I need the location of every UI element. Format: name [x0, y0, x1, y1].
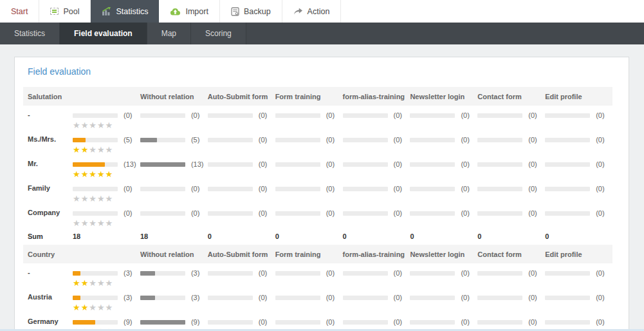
table-cell: (0)	[545, 263, 612, 277]
nav-item-backup[interactable]: Backup	[220, 0, 282, 23]
subnav-item-label: Scoring	[205, 29, 232, 38]
progress-bar-track	[545, 320, 590, 325]
progress-bar-track	[343, 271, 388, 276]
nav-item-label: Import	[185, 7, 208, 16]
table-cell: (0)	[208, 179, 275, 193]
table-cell: (0)	[343, 288, 410, 301]
progress-bar-track	[477, 187, 522, 191]
cell-count: (0)	[528, 136, 537, 144]
table-cell: (0)	[545, 288, 612, 301]
nav-item-pool[interactable]: Pool	[39, 0, 91, 23]
progress-bar-track	[410, 296, 455, 300]
table-cell: (0)	[477, 106, 545, 119]
progress-bar-track	[73, 113, 118, 118]
cell-count: (0)	[326, 185, 335, 193]
table-cell: (0)	[410, 263, 477, 277]
table-cell: (0)	[545, 203, 612, 217]
progress-bar-fill	[73, 271, 80, 276]
subnav-item-statistics[interactable]: Statistics	[0, 23, 60, 44]
column-header: Form training	[275, 251, 343, 258]
progress-bar-track	[140, 187, 185, 191]
table-cell: (5)★★★★★	[73, 130, 140, 155]
table-row: Austria(3)★★★★★(3)(0)(0)(0)(0)(0)(0)	[23, 288, 612, 312]
column-header: Newsletter login	[410, 251, 477, 258]
star-rating: ★★★★★	[73, 218, 140, 228]
table-cell: (0)	[477, 263, 545, 277]
progress-bar-track	[73, 271, 118, 276]
progress-bar-track	[208, 113, 253, 118]
progress-bar-track	[343, 296, 388, 300]
table-cell: (0)	[140, 179, 208, 193]
cell-count: (3)	[191, 294, 199, 301]
backup-icon	[231, 7, 239, 16]
progress-bar-track	[477, 162, 522, 167]
nav-item-start[interactable]: Start	[0, 0, 39, 23]
subnav-item-label: Map	[161, 29, 176, 38]
cell-count: (0)	[124, 111, 132, 119]
table-cell: (0)	[208, 203, 275, 217]
sum-value: 18	[140, 232, 208, 240]
progress-bar-track	[477, 138, 522, 142]
progress-bar-fill	[140, 271, 155, 276]
nav-item-label: Start	[11, 7, 28, 16]
progress-bar-fill	[73, 320, 95, 325]
progress-bar-track	[140, 138, 185, 142]
column-header: Form training	[275, 93, 343, 100]
table-cell: (0)	[275, 106, 343, 119]
cell-count: (0)	[461, 136, 469, 144]
row-label: Ms./Mrs.	[23, 130, 73, 143]
progress-bar-track	[275, 187, 320, 191]
star-rating: ★★★★★	[73, 278, 140, 288]
table-cell: (0)	[545, 106, 612, 119]
table-cell: (0)	[477, 179, 545, 193]
cell-count: (0)	[528, 269, 537, 277]
table-sum-row: Sum1818000000	[23, 228, 612, 245]
table-cell: (0)	[140, 203, 208, 217]
pool-icon	[50, 8, 59, 15]
table-cell: (0)	[343, 203, 410, 217]
cell-count: (0)	[259, 111, 267, 119]
progress-bar-track	[410, 187, 455, 191]
subnav-item-map[interactable]: Map	[147, 23, 191, 44]
cell-count: (5)	[191, 136, 199, 144]
star-rating: ★★★★★	[73, 169, 140, 179]
progress-bar-track	[343, 162, 388, 167]
nav-item-import[interactable]: Import	[159, 0, 219, 23]
progress-bar-track	[275, 113, 320, 118]
import-icon	[170, 8, 181, 15]
cell-count: (13)	[191, 160, 204, 168]
progress-bar-track	[140, 211, 185, 216]
column-header: Contact form	[477, 251, 545, 258]
table-cell: (0)	[343, 179, 410, 193]
column-header: Without relation	[140, 93, 208, 100]
table-cell: (0)	[275, 203, 343, 217]
star-rating: ★★★★★	[73, 120, 140, 130]
cell-count: (0)	[596, 160, 604, 168]
sum-value: 18	[73, 232, 140, 240]
subnav-item-label: Statistics	[14, 29, 45, 38]
nav-item-statistics[interactable]: Statistics	[91, 0, 159, 23]
cell-count: (0)	[596, 136, 604, 144]
table-cell: (0)	[208, 106, 275, 119]
progress-bar-fill	[140, 162, 185, 167]
progress-bar-track	[410, 211, 455, 216]
action-icon	[293, 8, 303, 15]
table-cell: (0)	[140, 106, 208, 119]
table-cell: (0)	[343, 130, 410, 144]
table-cell: (3)★★★★★	[73, 263, 140, 288]
subnav-item-scoring[interactable]: Scoring	[191, 23, 246, 44]
progress-bar-track	[410, 138, 455, 142]
nav-item-action[interactable]: Action	[282, 0, 342, 23]
progress-bar-fill	[140, 138, 158, 142]
cell-count: (0)	[191, 111, 199, 119]
progress-bar-track	[343, 113, 388, 118]
progress-bar-fill	[140, 296, 155, 300]
subnav-item-field-evaluation[interactable]: Field evaluation	[60, 23, 147, 44]
table-cell: (0)	[410, 312, 477, 326]
table-cell: (0)	[477, 155, 545, 168]
table-cell: (0)	[410, 130, 477, 144]
cell-count: (0)	[596, 111, 604, 119]
cell-count: (0)	[191, 185, 199, 193]
cell-count: (0)	[596, 318, 604, 326]
cell-count: (5)	[124, 136, 132, 144]
